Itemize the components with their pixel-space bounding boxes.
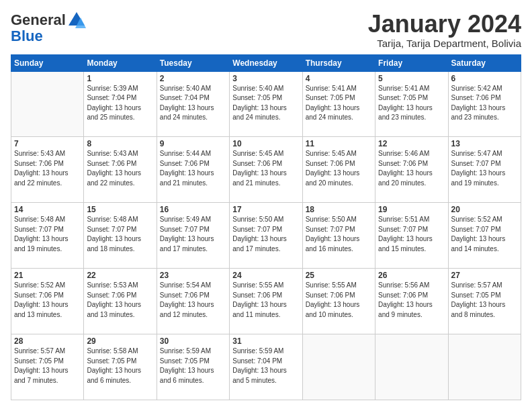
- calendar-cell: 31Sunrise: 5:59 AM Sunset: 7:04 PM Dayli…: [230, 334, 302, 400]
- day-info: Sunrise: 5:41 AM Sunset: 7:05 PM Dayligh…: [378, 84, 445, 123]
- title-block: January 2024 Tarija, Tarija Department, …: [368, 11, 521, 49]
- calendar-cell: 8Sunrise: 5:43 AM Sunset: 7:06 PM Daylig…: [84, 137, 157, 203]
- calendar-cell: [375, 334, 448, 400]
- calendar-cell: 12Sunrise: 5:46 AM Sunset: 7:06 PM Dayli…: [375, 137, 448, 203]
- calendar-cell: 13Sunrise: 5:47 AM Sunset: 7:07 PM Dayli…: [448, 137, 521, 203]
- calendar-weekday-monday: Monday: [84, 54, 157, 71]
- day-info: Sunrise: 5:55 AM Sunset: 7:06 PM Dayligh…: [232, 281, 299, 320]
- calendar-cell: 23Sunrise: 5:54 AM Sunset: 7:06 PM Dayli…: [157, 269, 229, 334]
- day-number: 3: [232, 74, 299, 83]
- day-info: Sunrise: 5:55 AM Sunset: 7:06 PM Dayligh…: [306, 281, 372, 320]
- logo-icon: [67, 11, 86, 30]
- calendar-cell: 1Sunrise: 5:39 AM Sunset: 7:04 PM Daylig…: [84, 71, 157, 137]
- day-info: Sunrise: 5:52 AM Sunset: 7:07 PM Dayligh…: [451, 215, 518, 254]
- calendar-cell: 25Sunrise: 5:55 AM Sunset: 7:06 PM Dayli…: [302, 269, 375, 334]
- calendar-cell: 9Sunrise: 5:44 AM Sunset: 7:06 PM Daylig…: [157, 137, 229, 203]
- calendar-weekday-sunday: Sunday: [11, 54, 84, 71]
- day-number: 11: [306, 139, 372, 148]
- day-number: 18: [306, 205, 372, 214]
- day-number: 28: [14, 336, 81, 346]
- day-number: 15: [87, 205, 153, 214]
- day-number: 13: [451, 139, 518, 148]
- day-number: 26: [378, 271, 445, 280]
- calendar-cell: 24Sunrise: 5:55 AM Sunset: 7:06 PM Dayli…: [230, 269, 302, 334]
- day-info: Sunrise: 5:46 AM Sunset: 7:06 PM Dayligh…: [378, 149, 445, 188]
- day-info: Sunrise: 5:48 AM Sunset: 7:07 PM Dayligh…: [87, 215, 153, 254]
- logo: General Blue: [11, 11, 86, 44]
- calendar-weekday-friday: Friday: [375, 54, 448, 71]
- day-number: 21: [14, 271, 81, 280]
- calendar-header-row: SundayMondayTuesdayWednesdayThursdayFrid…: [11, 54, 521, 71]
- calendar-cell: [448, 334, 521, 400]
- day-info: Sunrise: 5:56 AM Sunset: 7:06 PM Dayligh…: [378, 281, 445, 320]
- day-number: 19: [378, 205, 445, 214]
- calendar-table: SundayMondayTuesdayWednesdayThursdayFrid…: [11, 54, 521, 400]
- calendar-week-row: 28Sunrise: 5:57 AM Sunset: 7:05 PM Dayli…: [11, 334, 521, 400]
- day-info: Sunrise: 5:59 AM Sunset: 7:04 PM Dayligh…: [232, 347, 299, 385]
- day-info: Sunrise: 5:41 AM Sunset: 7:05 PM Dayligh…: [306, 84, 372, 123]
- calendar-weekday-tuesday: Tuesday: [157, 54, 229, 71]
- day-number: 6: [451, 74, 518, 83]
- day-number: 5: [378, 74, 445, 83]
- day-number: 14: [14, 205, 81, 214]
- day-info: Sunrise: 5:48 AM Sunset: 7:07 PM Dayligh…: [14, 215, 81, 254]
- logo-blue: Blue: [11, 28, 43, 44]
- calendar-cell: 5Sunrise: 5:41 AM Sunset: 7:05 PM Daylig…: [375, 71, 448, 137]
- calendar-week-row: 21Sunrise: 5:52 AM Sunset: 7:06 PM Dayli…: [11, 269, 521, 334]
- calendar-cell: 17Sunrise: 5:50 AM Sunset: 7:07 PM Dayli…: [230, 203, 302, 269]
- day-number: 23: [160, 271, 226, 280]
- day-number: 8: [87, 139, 153, 148]
- calendar-week-row: 14Sunrise: 5:48 AM Sunset: 7:07 PM Dayli…: [11, 203, 521, 269]
- day-number: 29: [87, 336, 153, 346]
- calendar-cell: [11, 71, 84, 137]
- day-info: Sunrise: 5:51 AM Sunset: 7:07 PM Dayligh…: [378, 215, 445, 254]
- logo-general: General: [11, 12, 66, 28]
- calendar-cell: 21Sunrise: 5:52 AM Sunset: 7:06 PM Dayli…: [11, 269, 84, 334]
- calendar-cell: 30Sunrise: 5:59 AM Sunset: 7:05 PM Dayli…: [157, 334, 229, 400]
- day-number: 12: [378, 139, 445, 148]
- day-info: Sunrise: 5:45 AM Sunset: 7:06 PM Dayligh…: [232, 149, 299, 188]
- day-number: 31: [232, 336, 299, 346]
- day-info: Sunrise: 5:53 AM Sunset: 7:06 PM Dayligh…: [87, 281, 153, 320]
- day-number: 10: [232, 139, 299, 148]
- calendar-cell: 20Sunrise: 5:52 AM Sunset: 7:07 PM Dayli…: [448, 203, 521, 269]
- day-info: Sunrise: 5:49 AM Sunset: 7:07 PM Dayligh…: [160, 215, 226, 254]
- day-number: 17: [232, 205, 299, 214]
- calendar-cell: 22Sunrise: 5:53 AM Sunset: 7:06 PM Dayli…: [84, 269, 157, 334]
- calendar-cell: 16Sunrise: 5:49 AM Sunset: 7:07 PM Dayli…: [157, 203, 229, 269]
- day-info: Sunrise: 5:43 AM Sunset: 7:06 PM Dayligh…: [14, 149, 81, 188]
- day-number: 1: [87, 74, 153, 83]
- calendar-cell: [302, 334, 375, 400]
- day-number: 2: [160, 74, 226, 83]
- day-info: Sunrise: 5:50 AM Sunset: 7:07 PM Dayligh…: [232, 215, 299, 254]
- day-info: Sunrise: 5:43 AM Sunset: 7:06 PM Dayligh…: [87, 149, 153, 188]
- day-info: Sunrise: 5:50 AM Sunset: 7:07 PM Dayligh…: [306, 215, 372, 254]
- day-info: Sunrise: 5:42 AM Sunset: 7:06 PM Dayligh…: [451, 84, 518, 123]
- calendar-weekday-saturday: Saturday: [448, 54, 521, 71]
- calendar-cell: 29Sunrise: 5:58 AM Sunset: 7:05 PM Dayli…: [84, 334, 157, 400]
- calendar-cell: 2Sunrise: 5:40 AM Sunset: 7:04 PM Daylig…: [157, 71, 229, 137]
- day-number: 7: [14, 139, 81, 148]
- day-number: 20: [451, 205, 518, 214]
- calendar-cell: 7Sunrise: 5:43 AM Sunset: 7:06 PM Daylig…: [11, 137, 84, 203]
- day-info: Sunrise: 5:52 AM Sunset: 7:06 PM Dayligh…: [14, 281, 81, 320]
- calendar-weekday-thursday: Thursday: [302, 54, 375, 71]
- day-info: Sunrise: 5:59 AM Sunset: 7:05 PM Dayligh…: [160, 347, 226, 385]
- calendar-cell: 26Sunrise: 5:56 AM Sunset: 7:06 PM Dayli…: [375, 269, 448, 334]
- day-info: Sunrise: 5:40 AM Sunset: 7:04 PM Dayligh…: [160, 84, 226, 123]
- calendar-cell: 4Sunrise: 5:41 AM Sunset: 7:05 PM Daylig…: [302, 71, 375, 137]
- day-number: 30: [160, 336, 226, 346]
- calendar-cell: 3Sunrise: 5:40 AM Sunset: 7:05 PM Daylig…: [230, 71, 302, 137]
- calendar-cell: 18Sunrise: 5:50 AM Sunset: 7:07 PM Dayli…: [302, 203, 375, 269]
- day-info: Sunrise: 5:45 AM Sunset: 7:06 PM Dayligh…: [306, 149, 372, 188]
- day-info: Sunrise: 5:57 AM Sunset: 7:05 PM Dayligh…: [14, 347, 81, 385]
- calendar-cell: 27Sunrise: 5:57 AM Sunset: 7:05 PM Dayli…: [448, 269, 521, 334]
- calendar-cell: 28Sunrise: 5:57 AM Sunset: 7:05 PM Dayli…: [11, 334, 84, 400]
- location: Tarija, Tarija Department, Bolivia: [368, 38, 521, 49]
- day-number: 9: [160, 139, 226, 148]
- calendar-cell: 14Sunrise: 5:48 AM Sunset: 7:07 PM Dayli…: [11, 203, 84, 269]
- day-info: Sunrise: 5:58 AM Sunset: 7:05 PM Dayligh…: [87, 347, 153, 385]
- calendar-cell: 19Sunrise: 5:51 AM Sunset: 7:07 PM Dayli…: [375, 203, 448, 269]
- calendar-week-row: 1Sunrise: 5:39 AM Sunset: 7:04 PM Daylig…: [11, 71, 521, 137]
- day-info: Sunrise: 5:47 AM Sunset: 7:07 PM Dayligh…: [451, 149, 518, 188]
